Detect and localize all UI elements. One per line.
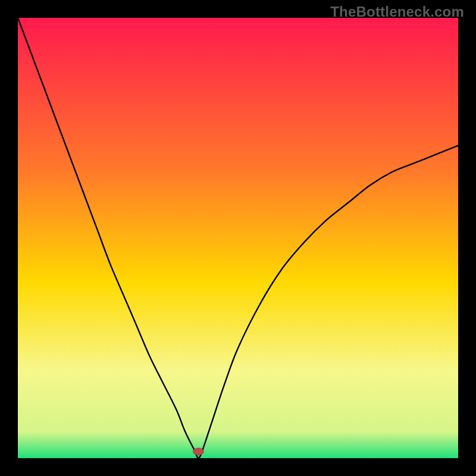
gradient-background xyxy=(18,18,458,458)
optimum-marker xyxy=(193,448,203,455)
bottleneck-chart xyxy=(18,18,458,458)
chart-frame: TheBottleneck.com xyxy=(0,0,476,476)
watermark-text: TheBottleneck.com xyxy=(330,4,464,20)
